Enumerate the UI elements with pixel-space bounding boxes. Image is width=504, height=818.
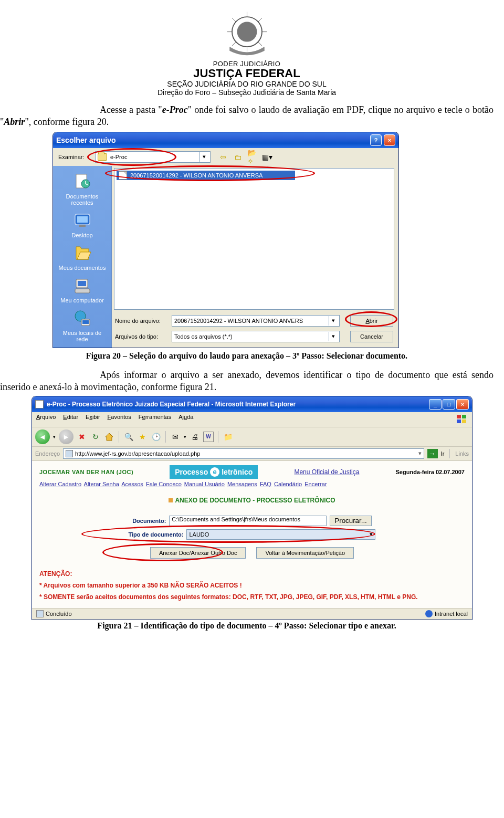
place-mydocs[interactable]: Meus documentos [57,243,108,271]
print-icon[interactable]: 🖨 [190,432,200,442]
views-icon[interactable]: ▦▾ [262,152,272,162]
nav-calendario[interactable]: Calendário [274,481,302,487]
nav-forward-button[interactable]: ► [59,429,74,444]
dialog-title: Escolher arquivo [56,136,116,144]
file-item-selected[interactable]: 200671520014292 - WILSON ANTONIO ANVERSA [117,171,295,180]
go-label: Ir [441,450,445,457]
status-text: Concluído [46,611,72,617]
nav-alterar-cadastro[interactable]: Alterar Cadastro [39,481,81,487]
place-network[interactable]: Meus locais de rede [57,308,108,342]
folder-icon[interactable]: 📁 [223,432,233,442]
menu-exibir[interactable]: Exibir [86,414,100,425]
nav-acessos[interactable]: Acessos [121,481,143,487]
stop-icon[interactable]: ✖ [77,432,87,442]
place-desktop[interactable]: Desktop [57,210,108,238]
place-recent[interactable]: Documentos recentes [57,171,108,206]
header-line-3: SEÇÃO JUDICIÁRIA DO RIO GRANDE DO SUL [0,80,494,88]
chevron-down-icon[interactable]: ▾ [329,332,337,341]
desktop-icon [72,210,93,231]
folder-icon [98,153,107,161]
documento-field[interactable]: C:\Documents and Settings\jfrs\Meus docu… [169,516,327,526]
nav-manual[interactable]: Manual Usuário [184,481,225,487]
atencao-note-2: * SOMENTE serão aceitos documentos dos s… [39,593,465,601]
zone-text: Intranet local [435,611,468,617]
nav-encerrar[interactable]: Encerrar [304,481,327,487]
history-icon[interactable]: 🕑 [151,432,161,442]
folder-combo[interactable]: e-Proc ▾ [95,151,211,163]
svg-rect-20 [82,320,89,324]
figure-20: Escolher arquivo ? × Examinar: e-Proc ▾ … [52,132,494,348]
refresh-icon[interactable]: ↻ [90,432,101,442]
mydocs-icon [72,243,93,264]
paragraph-1: Acesse a pasta "e-Proc" onde foi salvo o… [0,104,494,129]
network-icon [72,308,93,329]
nav-links: Alterar Cadastro Alterar Senha Acessos F… [39,481,465,487]
menu-arquivo[interactable]: Arquivo [36,414,56,425]
menu-editar[interactable]: Editar [63,414,78,425]
favorites-icon[interactable]: ★ [137,432,148,442]
nav-fale-conosco[interactable]: Fale Conosco [146,481,182,487]
address-field[interactable]: http://www.jef-rs.gov.br/apresentacao/up… [63,448,424,459]
anexar-button[interactable]: Anexar Doc/Anexar Outro Doc [150,547,246,559]
nav-alterar-senha[interactable]: Alterar Senha [84,481,119,487]
chevron-down-icon[interactable]: ▾ [200,152,208,162]
open-button[interactable]: Abrir [350,315,393,327]
svg-rect-22 [462,415,466,418]
ie-address-bar: Endereço http://www.jef-rs.gov.br/aprese… [32,447,472,461]
home-icon[interactable] [104,432,114,442]
filetype-label: Arquivos do tipo: [115,333,167,340]
back-icon[interactable]: ⇦ [218,152,228,162]
user-name: JOCEMAR VAN DER HAN (JOC) [39,469,133,475]
filetype-field[interactable]: Todos os arquivos (*.*) ▾ [172,331,340,342]
header-line-2: JUSTIÇA FEDERAL [0,67,494,80]
cancel-button[interactable]: Cancelar [350,331,393,342]
svg-rect-16 [78,281,86,286]
minimize-button[interactable]: _ [429,399,442,410]
new-folder-icon[interactable]: 📂✧ [247,152,258,162]
chevron-down-icon[interactable]: ▾ [329,316,337,326]
section-title: ANEXO DE DOCUMENTO - PROCESSO ELETRÔNICO [39,497,465,504]
menu-ajuda[interactable]: Ajuda [178,414,193,425]
dialog-titlebar[interactable]: Escolher arquivo ? × [53,132,398,148]
menu-oficial-link[interactable]: Menu Oficial de Justiça [294,468,359,476]
close-button[interactable]: × [384,134,395,146]
atencao-label: ATENÇÃO: [39,570,465,578]
ie-menu-bar: Arquivo Editar Exibir Favoritos Ferramen… [32,412,472,427]
atencao-note-1: * Arquivos com tamanho superior a 350 KB… [39,582,465,589]
voltar-button[interactable]: Voltar à Movimentação/Petição [256,547,354,559]
computer-icon [72,275,93,296]
ie-toolbar: ◄▾ ► ✖ ↻ 🔍 ★ 🕑 ✉▾ 🖨 W 📁 [32,427,472,447]
ie-titlebar[interactable]: e-Proc - Processo Eletrônico Juizado Esp… [32,396,472,412]
go-button[interactable]: → [427,449,438,458]
processo-logo: Processo e letrônico [170,465,258,479]
svg-line-7 [258,18,262,22]
close-button[interactable]: × [456,399,469,410]
menu-ferramentas[interactable]: Ferramentas [139,414,171,425]
place-mycomp[interactable]: Meu computador [57,275,108,303]
svg-rect-13 [77,216,88,223]
svg-rect-21 [457,415,461,418]
ie-window: e-Proc - Processo Eletrônico Juizado Esp… [32,396,472,620]
tipo-select[interactable]: LAUDO ▾ [186,529,375,540]
mail-icon[interactable]: ✉ [170,432,181,442]
help-button[interactable]: ? [370,134,382,146]
svg-point-1 [237,22,257,42]
chevron-down-icon[interactable]: ▾ [370,531,373,538]
nav-faq[interactable]: FAQ [260,481,271,487]
paragraph-2: Após informar o arquivo a ser anexado, d… [0,369,494,394]
examinar-label: Examinar: [58,154,92,160]
up-folder-icon[interactable]: 🗀 [233,152,243,162]
procurar-button[interactable]: Procurar... [330,516,371,526]
documento-label: Documento: [132,518,166,524]
word-icon[interactable]: W [203,432,214,442]
filename-field[interactable]: 200671520014292 - WILSON ANTONIO ANVERS … [172,315,340,327]
maximize-button[interactable]: □ [443,399,455,410]
menu-favoritos[interactable]: Favoritos [108,414,131,425]
file-dialog: Escolher arquivo ? × Examinar: e-Proc ▾ … [52,132,399,348]
header-line-4: Direção do Foro – Subseção Judiciária de… [0,88,494,97]
nav-back-button[interactable]: ◄ [35,429,50,444]
nav-mensagens[interactable]: Mensagens [227,481,257,487]
file-list[interactable]: 200671520014292 - WILSON ANTONIO ANVERSA [114,168,394,310]
search-icon[interactable]: 🔍 [123,432,134,442]
figure-21-caption: Figura 21 – Identificação do tipo de doc… [0,621,494,631]
